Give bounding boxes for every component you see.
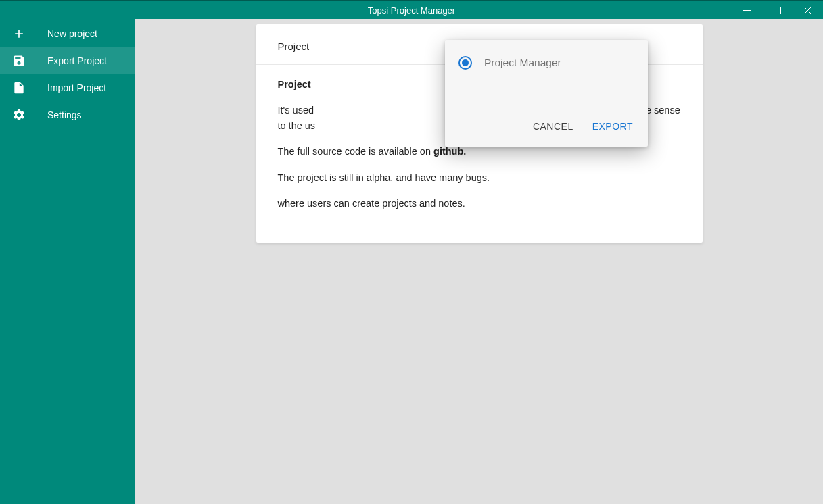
gear-icon (11, 107, 27, 123)
radio-dot-icon (462, 59, 469, 66)
sidebar-item-new-project[interactable]: New project (0, 20, 135, 47)
window-title: Topsi Project Manager (368, 5, 455, 16)
titlebar: Topsi Project Manager (0, 0, 823, 19)
export-button[interactable]: Export (586, 116, 640, 137)
radio-label: Project Manager (484, 57, 561, 69)
close-button[interactable] (793, 1, 823, 19)
maximize-button[interactable] (762, 1, 793, 19)
card-paragraph: The project is still in alpha, and have … (278, 170, 681, 185)
window-controls (732, 1, 823, 19)
sidebar-item-label: Import Project (47, 82, 106, 93)
sidebar-item-label: Settings (47, 109, 82, 120)
dialog-body: Project Manager (445, 40, 648, 76)
card-title-partial: Project (278, 41, 310, 52)
sidebar-item-label: New project (47, 28, 97, 39)
sidebar-item-label: Export Project (47, 55, 107, 66)
file-icon (11, 80, 27, 96)
main-area: Project Project hidden text covered by m… (135, 19, 823, 504)
dialog-actions: Cancel Export (445, 110, 648, 147)
sidebar-item-export-project[interactable]: Export Project (0, 47, 135, 74)
minimize-button[interactable] (732, 1, 762, 19)
export-dialog: Project Manager Cancel Export (445, 40, 648, 147)
svg-rect-1 (774, 7, 781, 14)
save-icon (11, 53, 27, 69)
maximize-icon (774, 7, 781, 14)
card-paragraph: where users can create projects and note… (278, 196, 681, 211)
sidebar-item-import-project[interactable]: Import Project (0, 74, 135, 101)
close-icon (804, 7, 812, 14)
sidebar-item-settings[interactable]: Settings (0, 101, 135, 128)
minimize-icon (743, 7, 751, 14)
radio-project-manager[interactable] (458, 56, 472, 70)
cancel-button[interactable]: Cancel (526, 116, 580, 137)
plus-icon (11, 26, 27, 42)
sidebar: New project Export Project Import Projec… (0, 19, 135, 504)
